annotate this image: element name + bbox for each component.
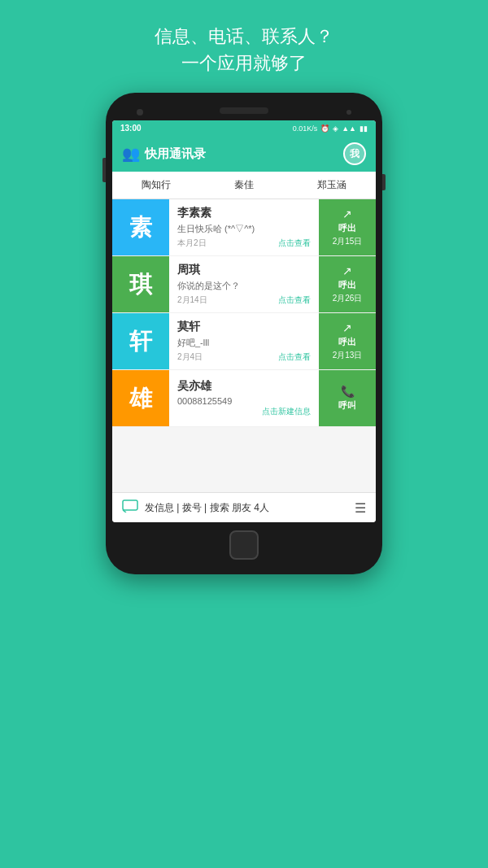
contact-meta-3: 2月4日 点击查看 [177, 351, 311, 363]
contact-message-2: 你说的是这个？ [177, 280, 311, 292]
home-button[interactable] [229, 530, 259, 560]
contact-avatar-1: 素 [112, 199, 169, 255]
contact-call-2[interactable]: ↗ 呼出 2月26日 [319, 256, 376, 312]
contact-info-1: 李素素 生日快乐哈 (*^▽^*) 本月2日 点击查看 [169, 199, 319, 255]
call-label-3: 呼出 [338, 336, 356, 348]
contact-action-2[interactable]: 点击查看 [278, 294, 311, 306]
status-right: 0.01K/s ⏰ ◈ ▲▲ ▮▮ [293, 124, 368, 133]
contacts-icon: 👥 [122, 145, 140, 163]
contact-meta-4: 点击新建信息 [177, 406, 311, 417]
contact-avatar-2: 琪 [112, 256, 169, 312]
contact-row[interactable]: 轩 莫轩 好吧_-lll 2月4日 点击查看 ↗ 呼出 2月13日 [112, 313, 376, 370]
speaker [220, 107, 268, 114]
front-camera [137, 109, 143, 116]
contact-name-3: 莫轩 [177, 320, 311, 334]
headline-line2: 一个应用就够了 [16, 50, 472, 76]
headline: 信息、电话、联系人？ 一个应用就够了 [0, 0, 488, 93]
app-title-group: 👥 快用通讯录 [122, 145, 206, 163]
call-label-4: 呼叫 [338, 399, 356, 412]
tab-person1[interactable]: 陶知行 [112, 172, 200, 198]
empty-space [112, 427, 376, 492]
contact-avatar-3: 轩 [112, 313, 169, 369]
contact-info-3: 莫轩 好吧_-lll 2月4日 点击查看 [169, 313, 319, 369]
svg-rect-0 [123, 500, 137, 510]
call-label-1: 呼出 [338, 222, 356, 234]
battery-icon: ▮▮ [359, 124, 368, 133]
call-date-2: 2月26日 [333, 293, 363, 304]
volume-button [102, 158, 106, 182]
phone-bottom [112, 522, 376, 563]
contact-call-1[interactable]: ↗ 呼出 2月15日 [319, 199, 376, 255]
my-profile-button[interactable]: 我 [343, 142, 366, 165]
page-wrapper: 信息、电话、联系人？ 一个应用就够了 13:00 0.01K/s ⏰ ◈ ▲▲ … [0, 0, 488, 868]
contact-action-3[interactable]: 点击查看 [278, 351, 311, 363]
menu-icon[interactable]: ☰ [355, 500, 366, 516]
call-phone-icon-4: 📞 [341, 385, 355, 398]
alarm-icon: ⏰ [320, 124, 329, 133]
contact-avatar-4: 雄 [112, 370, 169, 426]
contact-meta-1: 本月2日 点击查看 [177, 238, 311, 249]
contact-phone-4: 00088125549 [177, 396, 311, 406]
contact-list: 素 李素素 生日快乐哈 (*^▽^*) 本月2日 点击查看 ↗ 呼出 2月15日 [112, 199, 376, 427]
phone-frame: 13:00 0.01K/s ⏰ ◈ ▲▲ ▮▮ 👥 快用通讯录 我 [106, 93, 382, 574]
call-arrow-icon-2: ↗ [342, 264, 352, 277]
contact-name-2: 周琪 [177, 263, 311, 277]
app-title: 快用通讯录 [145, 146, 206, 162]
contact-date-2: 2月14日 [177, 294, 207, 306]
sensor [346, 110, 351, 115]
contact-info-2: 周琪 你说的是这个？ 2月14日 点击查看 [169, 256, 319, 312]
bottom-bar-label: 发信息 | 拨号 | 搜索 朋友 4人 [145, 501, 348, 515]
contact-name-1: 李素素 [177, 206, 311, 220]
contact-call-3[interactable]: ↗ 呼出 2月13日 [319, 313, 376, 369]
phone-top [112, 104, 376, 120]
network-speed: 0.01K/s [293, 124, 318, 133]
headline-line1: 信息、电话、联系人？ [16, 23, 472, 50]
message-icon [122, 499, 138, 516]
tab-person3[interactable]: 郑玉涵 [288, 172, 376, 198]
contact-date-3: 2月4日 [177, 351, 203, 363]
contact-info-4: 吴亦雄 00088125549 点击新建信息 [169, 370, 319, 426]
call-date-1: 2月15日 [333, 236, 363, 247]
contact-row[interactable]: 素 李素素 生日快乐哈 (*^▽^*) 本月2日 点击查看 ↗ 呼出 2月15日 [112, 199, 376, 256]
contact-call-4[interactable]: 📞 呼叫 [319, 370, 376, 426]
wifi-icon: ◈ [333, 124, 338, 133]
contact-row[interactable]: 琪 周琪 你说的是这个？ 2月14日 点击查看 ↗ 呼出 2月26日 [112, 256, 376, 313]
contact-meta-2: 2月14日 点击查看 [177, 294, 311, 306]
call-date-3: 2月13日 [333, 350, 363, 361]
app-header: 👥 快用通讯录 我 [112, 136, 376, 172]
call-label-2: 呼出 [338, 279, 356, 291]
contact-message-3: 好吧_-lll [177, 337, 311, 349]
contact-row[interactable]: 雄 吴亦雄 00088125549 点击新建信息 📞 呼叫 [112, 370, 376, 427]
contact-action-1[interactable]: 点击查看 [278, 238, 311, 249]
power-button [382, 174, 386, 190]
status-time: 13:00 [120, 124, 142, 133]
tab-row: 陶知行 秦佳 郑玉涵 [112, 172, 376, 199]
contact-date-1: 本月2日 [177, 238, 207, 249]
bottom-bar: 发信息 | 拨号 | 搜索 朋友 4人 ☰ [112, 492, 376, 522]
status-bar: 13:00 0.01K/s ⏰ ◈ ▲▲ ▮▮ [112, 120, 376, 136]
call-arrow-icon-1: ↗ [342, 207, 352, 220]
contact-name-4: 吴亦雄 [177, 379, 311, 394]
contact-message-1: 生日快乐哈 (*^▽^*) [177, 223, 311, 235]
signal-icon: ▲▲ [342, 124, 356, 133]
contact-action-4[interactable]: 点击新建信息 [262, 406, 311, 417]
phone-screen: 13:00 0.01K/s ⏰ ◈ ▲▲ ▮▮ 👥 快用通讯录 我 [112, 120, 376, 522]
tab-person2[interactable]: 秦佳 [200, 172, 288, 198]
call-arrow-icon-3: ↗ [342, 321, 352, 334]
